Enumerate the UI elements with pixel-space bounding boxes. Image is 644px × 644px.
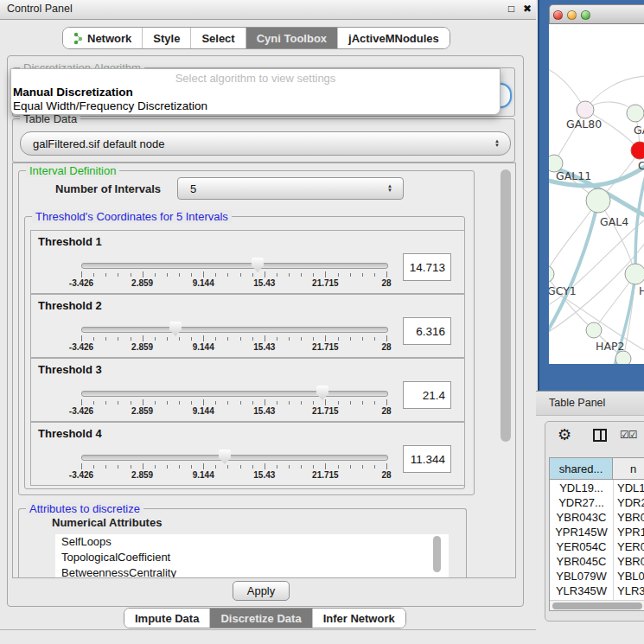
table-cell[interactable]: YER054C bbox=[550, 539, 613, 554]
tab-cyni-toolbox[interactable]: Cyni Toolbox bbox=[246, 28, 338, 48]
table-cell[interactable]: YPR1 bbox=[617, 525, 644, 539]
network-node[interactable] bbox=[586, 188, 610, 213]
tick-mark bbox=[374, 401, 375, 405]
network-window-titlebar[interactable] bbox=[549, 4, 644, 24]
apply-button[interactable]: Apply bbox=[233, 581, 290, 601]
tick-mark bbox=[118, 273, 118, 277]
table-cell[interactable]: YLR345W bbox=[550, 583, 613, 598]
tick-mark bbox=[105, 401, 106, 405]
algorithm-option-manual[interactable]: Manual Discretization bbox=[11, 86, 500, 99]
tab-infer-network[interactable]: Infer Network bbox=[313, 609, 405, 628]
tick-mark bbox=[338, 401, 339, 405]
tab-jactivemnodules[interactable]: jActiveMNodules bbox=[338, 28, 450, 48]
close-traffic-light-icon[interactable] bbox=[553, 10, 563, 20]
table-cell[interactable]: YBR0 bbox=[617, 510, 644, 525]
float-window-icon[interactable]: □ bbox=[508, 3, 514, 15]
network-node[interactable] bbox=[625, 264, 644, 284]
tick-mark bbox=[191, 337, 192, 341]
tick-mark bbox=[105, 465, 106, 469]
threshold-value-field[interactable]: 11.344 bbox=[403, 445, 451, 473]
threshold-slider-track[interactable] bbox=[81, 455, 388, 461]
network-canvas[interactable]: GAL80GACGAL11GAL4GCY1HHAP2 bbox=[549, 24, 644, 364]
node-label: GAL4 bbox=[600, 215, 628, 228]
tick-mark bbox=[227, 337, 228, 341]
tick-label: 9.144 bbox=[193, 342, 214, 352]
gear-icon[interactable]: ⚙ bbox=[558, 425, 571, 444]
table-cell[interactable]: YDR2 bbox=[617, 495, 644, 510]
table-panel-titlebar: Table Panel bbox=[536, 391, 644, 416]
threshold-value-field[interactable]: 21.4 bbox=[403, 381, 451, 409]
threshold-slider-track[interactable] bbox=[81, 263, 388, 269]
algorithm-option-equal-width[interactable]: Equal Width/Frequency Discretization bbox=[11, 99, 500, 113]
algorithm-placeholder-option[interactable]: Select algorithm to view settings bbox=[11, 71, 500, 86]
threshold-slider-handle[interactable] bbox=[169, 322, 182, 336]
tab-select[interactable]: Select bbox=[191, 28, 245, 48]
table-cell[interactable]: YDL1 bbox=[617, 481, 644, 495]
column-header-shared[interactable]: shared... bbox=[550, 458, 613, 480]
numerical-attributes-list[interactable]: SelfLoopsTopologicalCoefficientBetweenne… bbox=[55, 534, 449, 577]
threshold-slider-handle[interactable] bbox=[316, 386, 328, 400]
zoom-traffic-light-icon[interactable] bbox=[581, 10, 590, 20]
table-cell[interactable]: YER0 bbox=[617, 539, 644, 554]
table-cell[interactable]: YBR043C bbox=[550, 510, 613, 525]
columns-icon[interactable] bbox=[593, 429, 607, 442]
table-cell[interactable]: YBL0 bbox=[617, 569, 644, 583]
attribute-list-item[interactable]: SelfLoops bbox=[55, 534, 449, 550]
network-node[interactable] bbox=[586, 322, 602, 338]
table-cell[interactable]: YDR27... bbox=[550, 495, 613, 510]
network-node-selected[interactable] bbox=[631, 142, 644, 159]
network-node[interactable] bbox=[627, 105, 644, 122]
tick-mark bbox=[350, 465, 351, 469]
tab-style[interactable]: Style bbox=[143, 28, 191, 48]
table-hscrollbar-thumb[interactable] bbox=[552, 603, 642, 609]
tick-mark bbox=[325, 335, 326, 341]
table-cell[interactable]: YLR3 bbox=[617, 583, 644, 598]
tick-mark bbox=[350, 273, 351, 277]
checkboxes-icon[interactable]: ☑☑ bbox=[620, 429, 637, 441]
close-panel-icon[interactable]: ✖ bbox=[523, 3, 532, 15]
attribute-list-item[interactable]: TopologicalCoefficient bbox=[55, 550, 449, 565]
threshold-label: Threshold 4 bbox=[38, 427, 102, 440]
table-data-groupbox: Table Data galFiltered.sif default node … bbox=[12, 118, 515, 163]
tick-mark bbox=[338, 273, 339, 277]
tick-mark bbox=[203, 399, 204, 405]
thresholds-groupbox: Threshold's Coordinates for 5 Intervals … bbox=[24, 216, 465, 489]
threshold-slider-handle[interactable] bbox=[252, 258, 264, 272]
tick-mark bbox=[252, 401, 253, 405]
threshold-value-field[interactable]: 14.713 bbox=[403, 253, 451, 281]
tab-impute-data[interactable]: Impute Data bbox=[124, 609, 210, 628]
table-cell[interactable]: YDL19... bbox=[550, 481, 613, 495]
attributes-list-scrollbar[interactable] bbox=[433, 536, 441, 572]
network-node[interactable] bbox=[577, 101, 594, 118]
table-data-combobox[interactable]: galFiltered.sif default node ▲▼ bbox=[20, 131, 511, 156]
tick-mark bbox=[265, 463, 265, 469]
table-cell[interactable]: YBR0 bbox=[617, 554, 644, 569]
attribute-list-item[interactable]: BetweennessCentrality bbox=[55, 565, 449, 578]
number-of-intervals-spinner[interactable]: 5 ▲▼ bbox=[177, 177, 404, 200]
network-node[interactable] bbox=[549, 265, 554, 283]
threshold-slider-track[interactable] bbox=[81, 327, 388, 333]
settings-scrollbar[interactable] bbox=[501, 169, 511, 442]
minimize-traffic-light-icon[interactable] bbox=[567, 10, 577, 20]
network-edge bbox=[549, 201, 598, 274]
spinner-arrows-icon[interactable]: ▲▼ bbox=[382, 184, 403, 193]
tab-network[interactable]: Network bbox=[63, 28, 143, 48]
tick-mark bbox=[362, 273, 363, 277]
tick-mark bbox=[143, 399, 143, 405]
table-cell[interactable]: YPR145W bbox=[550, 525, 613, 539]
combo-spinner-arrows-icon[interactable]: ▲▼ bbox=[489, 139, 510, 148]
table-cell[interactable]: YBR045C bbox=[550, 554, 613, 569]
table-cell[interactable]: YBL079W bbox=[550, 569, 613, 583]
threshold-slider-handle[interactable] bbox=[219, 450, 231, 464]
tick-mark bbox=[203, 271, 204, 277]
threshold-slider-track[interactable] bbox=[81, 391, 388, 397]
number-of-intervals-label: Number of Intervals bbox=[55, 182, 161, 195]
network-node[interactable] bbox=[615, 351, 631, 364]
tick-mark bbox=[289, 273, 290, 277]
node-label: H bbox=[639, 284, 644, 297]
node-attribute-table[interactable]: shared...nYDL19...YDL1YDR27...YDR2YBR043… bbox=[549, 457, 644, 611]
threshold-value-field[interactable]: 6.316 bbox=[403, 317, 451, 345]
column-header-name[interactable]: n bbox=[613, 458, 644, 480]
tab-discretize-data[interactable]: Discretize Data bbox=[210, 609, 312, 628]
threshold-label: Threshold 2 bbox=[38, 299, 102, 312]
